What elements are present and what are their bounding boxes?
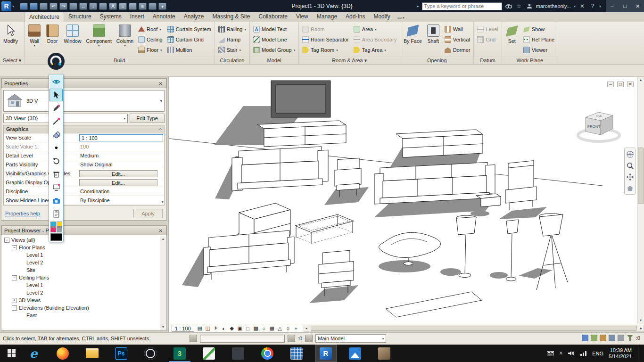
undo-icon[interactable]: ↶ xyxy=(50,3,58,10)
apply-button[interactable]: Apply xyxy=(133,209,163,218)
volume-icon[interactable] xyxy=(568,350,575,356)
panel-label-model[interactable]: Model xyxy=(250,57,298,64)
tree-item-level-2[interactable]: Level 2 xyxy=(1,259,166,266)
project-browser-scrollbar[interactable]: ▴ ▾ xyxy=(160,236,166,330)
tab-view[interactable]: View xyxy=(292,12,313,22)
internet-explorer-taskbar-button[interactable]: e xyxy=(23,345,44,362)
color-swatch-4[interactable] xyxy=(57,227,62,232)
curtain-system-button[interactable]: Curtain System xyxy=(165,24,213,34)
home-icon[interactable] xyxy=(625,183,635,193)
scroll-down-icon[interactable]: ▾ xyxy=(637,317,644,324)
view-close-icon[interactable]: ✕ xyxy=(627,82,634,87)
vertical-scroll-thumb[interactable] xyxy=(638,148,644,204)
type-selector[interactable]: 3D V ▾ xyxy=(3,90,165,112)
worksets-icon[interactable] xyxy=(190,335,197,342)
tab-insert[interactable]: Insert xyxy=(126,12,149,22)
tree-item-floor-plans[interactable]: −Floor Plans xyxy=(1,244,166,251)
select-underlay-elements-icon[interactable] xyxy=(591,335,597,341)
model-group-button[interactable]: Model Group▾ xyxy=(251,45,297,55)
line-tool[interactable] xyxy=(50,115,63,128)
panel-label-select[interactable]: Select ▾ xyxy=(0,57,24,64)
screen-capture-tool[interactable] xyxy=(50,181,63,194)
whiteboard-tool[interactable] xyxy=(50,207,63,220)
tab-annotate[interactable]: Annotate xyxy=(149,12,180,22)
set-button[interactable]: Set xyxy=(504,23,520,56)
scroll-left-icon[interactable]: ◂ xyxy=(305,326,307,330)
tab-architecture[interactable]: Architecture xyxy=(25,12,64,22)
tree-item-ceiling-plans[interactable]: −Ceiling Plans xyxy=(1,274,166,281)
snapshot-tool[interactable] xyxy=(50,194,63,207)
scale-value-1-value[interactable]: 100 xyxy=(78,144,164,149)
close-project-browser-icon[interactable]: ✕ xyxy=(158,228,164,233)
viewer-button[interactable]: Viewer xyxy=(521,45,556,55)
tab-modify[interactable]: Modify xyxy=(369,12,394,22)
search-input[interactable] xyxy=(422,2,502,10)
show-hide-tool[interactable] xyxy=(50,75,63,88)
tab-manage[interactable]: Manage xyxy=(313,12,341,22)
color-swatch-2[interactable] xyxy=(57,222,62,227)
component-button[interactable]: Component▾ xyxy=(84,23,114,56)
scroll-right-icon[interactable]: ▸ xyxy=(640,326,642,330)
show-desktop-button[interactable] xyxy=(638,345,640,362)
account-menu-arrow-icon[interactable]: ▾ xyxy=(574,4,576,8)
vertical-scrollbar[interactable]: ▴ ▾ xyxy=(637,77,644,324)
temporary-view-properties-icon[interactable]: ▦ xyxy=(268,325,276,332)
text-editor-taskbar-button[interactable] xyxy=(198,345,220,362)
drag-elements-on-selection-icon[interactable] xyxy=(618,335,624,341)
active-workset-box[interactable] xyxy=(200,335,285,343)
design-options-icon[interactable] xyxy=(305,335,313,342)
tree-item-level-2[interactable]: Level 2 xyxy=(1,289,166,296)
measure-icon[interactable]: ↔ xyxy=(79,3,87,10)
thin-lines-icon[interactable]: ≡ xyxy=(139,3,147,10)
crop-view-icon[interactable]: ▣ xyxy=(236,325,244,332)
tag-room-button[interactable]: Tag Room▾ xyxy=(300,45,351,55)
dark-app-taskbar-button[interactable] xyxy=(227,345,249,362)
scroll-up-icon[interactable]: ▴ xyxy=(162,237,164,241)
wall-button[interactable]: Wall▾ xyxy=(26,23,43,56)
customize-quick-access-icon[interactable]: ▾ xyxy=(158,3,166,10)
chrome-taskbar-button[interactable] xyxy=(256,345,278,362)
restore-button[interactable]: □ xyxy=(619,0,631,12)
model-line-button[interactable]: Model Line xyxy=(251,34,297,45)
tab-systems[interactable]: Systems xyxy=(96,12,126,22)
horizontal-scrollbar[interactable]: ◂ ▸ xyxy=(304,325,644,332)
view-cube[interactable]: FRONT TOP xyxy=(575,104,622,149)
touch-keyboard-icon[interactable] xyxy=(547,350,554,356)
dormer-button[interactable]: Dormer xyxy=(443,45,472,55)
search-binoculars-icon[interactable] xyxy=(505,2,512,10)
wall-button[interactable]: Wall xyxy=(443,24,472,34)
color-swatch-3[interactable] xyxy=(50,227,56,232)
reveal-constraints-icon[interactable]: + xyxy=(292,325,300,332)
revit-taskbar-button[interactable]: R xyxy=(315,345,337,362)
network-icon[interactable] xyxy=(580,350,587,356)
tree-item-level-1[interactable]: Level 1 xyxy=(1,251,166,259)
graphic-display-options-value[interactable]: Edit... xyxy=(79,179,157,186)
roof-button[interactable]: Roof▾ xyxy=(136,24,165,34)
panel-label-circulation[interactable]: Circulation xyxy=(215,57,249,64)
collapse-section-icon[interactable]: ^ xyxy=(159,127,162,132)
text-icon[interactable]: A xyxy=(109,3,117,10)
expand-icon[interactable]: + xyxy=(12,298,17,303)
collapse-icon[interactable]: − xyxy=(4,238,9,243)
language-indicator[interactable]: ENG xyxy=(592,351,603,356)
show-hidden-icons-button[interactable]: ˄ xyxy=(559,350,562,357)
analytical-model-icon[interactable]: △ xyxy=(276,325,284,332)
area-button[interactable]: Area▾ xyxy=(352,24,398,34)
pen-tool[interactable] xyxy=(50,102,63,115)
show-hidden-lines-value[interactable]: By Discipline xyxy=(78,197,164,203)
collapse-icon[interactable]: − xyxy=(12,305,17,311)
floor-button[interactable]: Floor▾ xyxy=(136,45,165,55)
editable-only-icon[interactable] xyxy=(288,335,295,342)
tab-massing-site[interactable]: Massing & Site xyxy=(208,12,255,22)
save-icon[interactable] xyxy=(30,3,38,10)
scroll-down-icon[interactable]: ▾ xyxy=(162,325,164,329)
select-links-icon[interactable] xyxy=(582,335,588,341)
switch-windows-icon[interactable] xyxy=(149,3,157,10)
ref-plane-button[interactable]: Ref Plane xyxy=(521,34,556,45)
door-button[interactable]: Door xyxy=(44,23,61,56)
zoom-icon[interactable] xyxy=(625,161,635,170)
column-button[interactable]: Column▾ xyxy=(115,23,135,56)
filter-icon[interactable] xyxy=(627,335,633,341)
panel-label-work-plane[interactable]: Work Plane xyxy=(502,57,558,64)
instance-selector[interactable]: 3D View: {3D} ▾ xyxy=(3,114,128,123)
